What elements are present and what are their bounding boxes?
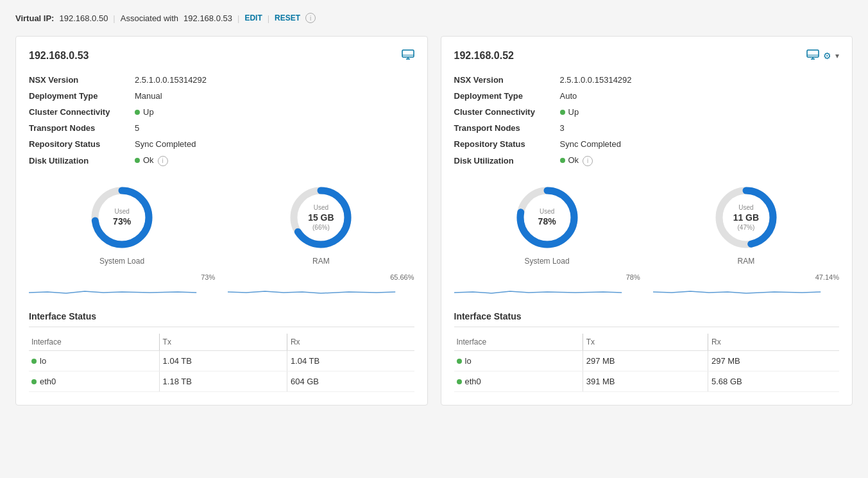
chart-name: RAM [312, 257, 330, 266]
donut-label: Used73% [113, 207, 131, 227]
chevron-down-icon[interactable]: ▾ [835, 51, 839, 60]
charts-row-2: Used78%System Load Used11 GB(47%)RAM [454, 182, 840, 266]
donut-chart: Used15 GB(66%) [285, 182, 356, 253]
card-actions-1 [402, 49, 414, 62]
field-label: Repository Status [454, 136, 560, 152]
card-header-1: 192.168.0.53 [29, 49, 414, 62]
disk-info-icon[interactable]: i [583, 156, 593, 166]
associated-label: Associated with [121, 13, 178, 23]
virtual-ip-label: Virtual IP: [15, 13, 54, 23]
interface-rx: 5.68 GB [709, 371, 839, 391]
card-2: 192.168.0.52 ⚙▾NSX Version2.5.1.0.0.1531… [441, 36, 853, 405]
cards-container: 192.168.0.53 NSX Version2.5.1.0.0.153142… [15, 36, 853, 405]
disk-info-icon[interactable]: i [158, 156, 168, 166]
info-icon[interactable]: i [305, 13, 316, 23]
field-value: Sync Completed [135, 136, 414, 152]
info-row: NSX Version2.5.1.0.0.15314292 [29, 72, 414, 88]
sparkline-value: 47.14% [815, 273, 839, 281]
chart-sub-value: (47%) [733, 223, 759, 232]
field-label: Cluster Connectivity [29, 104, 135, 120]
info-table-2: NSX Version2.5.1.0.0.15314292Deployment … [454, 72, 840, 169]
gear-icon[interactable]: ⚙ [823, 51, 831, 61]
page-container: Virtual IP: 192.168.0.50 | Associated wi… [0, 0, 868, 418]
separator-3: | [268, 13, 269, 23]
sparkline-value: 78% [626, 273, 640, 281]
chart-value: 15 GB [308, 211, 334, 223]
info-row: Repository StatusSync Completed [454, 136, 840, 152]
donut-label: Used15 GB(66%) [308, 203, 334, 231]
charts-row-1: Used73%System Load Used15 GB(66%)RAM [29, 182, 414, 266]
sparkline-svg [653, 283, 839, 298]
interface-title: Interface Status [454, 311, 840, 327]
used-label: Used [733, 203, 759, 211]
info-row: Disk UtilizationOki [29, 152, 414, 169]
interface-table: InterfaceTxRxlo1.04 TB1.04 TBeth01.18 TB… [29, 334, 414, 392]
field-value: 5 [135, 120, 414, 136]
field-value: Auto [560, 88, 840, 104]
field-label: NSX Version [29, 72, 135, 88]
field-label: Disk Utilization [29, 152, 135, 169]
donut-chart: Used78% [512, 182, 583, 253]
used-label: Used [113, 207, 131, 216]
column-header: Tx [160, 334, 287, 351]
sparkline-svg [228, 283, 414, 298]
field-value: Oki [560, 152, 840, 169]
interface-name: eth0 [29, 371, 160, 391]
field-label: Deployment Type [29, 88, 135, 104]
card-actions-2: ⚙▾ [806, 49, 839, 62]
field-value: Up [135, 104, 414, 120]
interface-dot [31, 379, 37, 384]
info-table-1: NSX Version2.5.1.0.0.15314292Deployment … [29, 72, 414, 169]
donut-label: Used78% [538, 207, 556, 227]
chart-item-1: Used11 GB(47%)RAM [653, 182, 839, 266]
field-value: 3 [560, 120, 840, 136]
interface-section-2: Interface StatusInterfaceTxRxlo297 MB297… [454, 311, 840, 392]
info-row: Deployment TypeAuto [454, 88, 840, 104]
field-value: 2.5.1.0.0.15314292 [560, 72, 840, 88]
column-header: Tx [584, 334, 708, 351]
associated-ip: 192.168.0.53 [183, 13, 232, 23]
interface-row: eth0391 MB5.68 GB [454, 371, 840, 391]
interface-header-row: InterfaceTxRx [29, 334, 414, 351]
chart-value: 78% [538, 216, 556, 227]
card-title-2: 192.168.0.52 [454, 50, 514, 62]
svg-rect-0 [402, 50, 414, 57]
field-value: 2.5.1.0.0.15314292 [135, 72, 414, 88]
interface-rx: 1.04 TB [288, 350, 414, 371]
monitor-icon[interactable] [402, 49, 414, 62]
chart-sub-value: (66%) [308, 223, 334, 232]
donut-chart: Used11 GB(47%) [711, 182, 781, 253]
interface-dot [457, 379, 462, 384]
interface-tx: 1.18 TB [160, 371, 287, 391]
field-value: Manual [135, 88, 414, 104]
status-dot-ok [135, 158, 140, 163]
interface-name: lo [29, 350, 160, 371]
sparkline-row-1: 73%65.66% [29, 273, 414, 298]
sparkline-item: 73% [29, 273, 215, 298]
field-label: Transport Nodes [454, 120, 560, 136]
interface-table: InterfaceTxRxlo297 MB297 MBeth0391 MB5.6… [454, 334, 840, 392]
sparkline-item: 78% [454, 273, 640, 298]
svg-rect-8 [807, 50, 819, 57]
info-row: Cluster ConnectivityUp [454, 104, 840, 120]
field-label: NSX Version [454, 72, 560, 88]
monitor-icon[interactable] [806, 49, 819, 62]
reset-link[interactable]: RESET [275, 13, 300, 22]
chart-item-1: Used15 GB(66%)RAM [228, 182, 414, 266]
virtual-ip-value: 192.168.0.50 [59, 13, 108, 23]
field-label: Deployment Type [454, 88, 560, 104]
field-value: Oki [135, 152, 414, 169]
used-label: Used [538, 207, 556, 216]
chart-value: 11 GB [733, 211, 759, 223]
chart-item-0: Used78%System Load [454, 182, 640, 266]
interface-header-row: InterfaceTxRx [454, 334, 840, 351]
column-header: Interface [29, 334, 160, 351]
status-dot-ok [560, 158, 565, 163]
interface-name: lo [454, 350, 583, 371]
edit-link[interactable]: EDIT [244, 13, 262, 22]
field-label: Disk Utilization [454, 152, 560, 169]
chart-name: System Load [99, 257, 144, 266]
interface-tx: 1.04 TB [160, 350, 287, 371]
separator-2: | [237, 13, 239, 23]
interface-row: lo1.04 TB1.04 TB [29, 350, 414, 371]
